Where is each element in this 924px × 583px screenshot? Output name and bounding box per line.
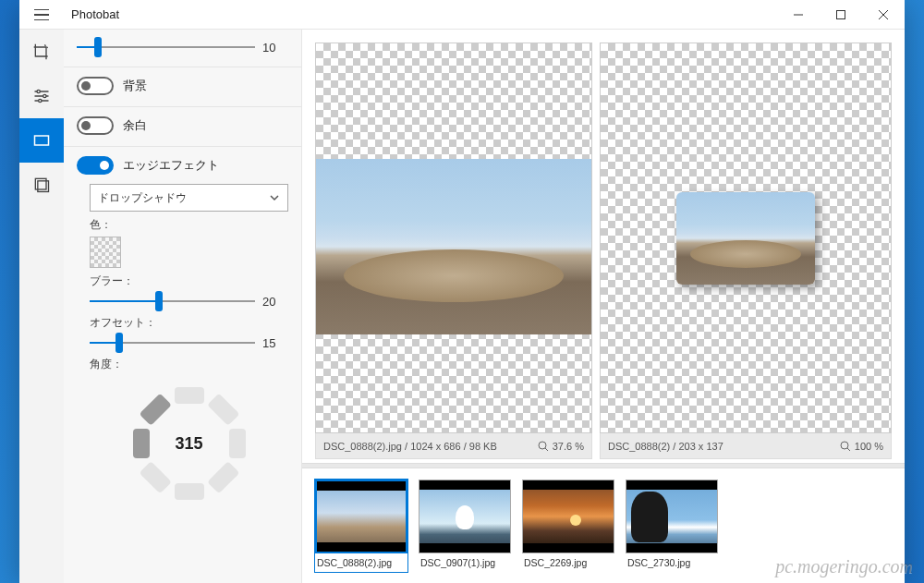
color-swatch[interactable] (90, 237, 121, 268)
preview-right-info: DSC_0888(2) / 203 x 137 (608, 441, 723, 452)
preview-left-zoom[interactable]: 37.6 % (538, 441, 584, 452)
margin-toggle-row: 余白 (64, 107, 301, 147)
edge-effect-toggle[interactable] (77, 156, 114, 175)
preview-left-image (316, 159, 591, 334)
edge-effect-select-value: ドロップシャドウ (98, 190, 187, 206)
edge-effect-select[interactable]: ドロップシャドウ (90, 184, 288, 212)
zoom-icon (840, 441, 851, 452)
thumbnail-filename: DSC_2269.jpg (522, 553, 614, 572)
svg-point-8 (841, 442, 848, 449)
preview-right-info-bar: DSC_0888(2) / 203 x 137 100 % (600, 433, 892, 459)
offset-slider[interactable] (90, 334, 255, 351)
thumbnail-card[interactable]: DSC_0888(2).jpg (315, 480, 407, 572)
color-label: 色： (90, 217, 288, 233)
thumbnail-filename: DSC_2730.jpg (626, 553, 718, 572)
preview-right-canvas[interactable] (600, 43, 892, 433)
angle-segment (207, 461, 239, 493)
thumbnail-card[interactable]: DSC_2269.jpg (522, 480, 614, 572)
app-title: Photobat (64, 7, 119, 21)
blur-value: 20 (262, 295, 288, 309)
thumbnail-image (315, 480, 407, 553)
blur-slider[interactable] (90, 293, 255, 310)
settings-panel: 10 背景 余白 エッジエフェクト (64, 30, 302, 583)
maximize-button[interactable] (820, 0, 862, 30)
svg-rect-4 (35, 136, 49, 145)
thumbnail-card[interactable]: DSC_0907(1).jpg (419, 480, 511, 572)
edge-effect-section: エッジエフェクト ドロップシャドウ 色： ブラー： (64, 147, 301, 522)
watermark: pc.mogeringo.com (775, 556, 913, 577)
offset-value: 15 (262, 336, 288, 350)
angle-segment (229, 429, 246, 458)
offset-label: オフセット： (90, 315, 288, 331)
menu-button[interactable] (19, 0, 64, 30)
preview-row: DSC_0888(2).jpg / 1024 x 686 / 98 KB 37.… (302, 30, 905, 463)
thumbnail-filename: DSC_0888(2).jpg (315, 553, 407, 572)
main-area: DSC_0888(2).jpg / 1024 x 686 / 98 KB 37.… (302, 30, 905, 583)
thumbnail-image (522, 480, 614, 553)
zoom-icon (538, 441, 549, 452)
frame-effects-icon[interactable] (19, 118, 64, 163)
thumbnail-image (626, 480, 718, 553)
angle-segment (175, 387, 204, 404)
preview-left-canvas[interactable] (315, 43, 592, 433)
angle-segment (139, 394, 171, 426)
margin-toggle[interactable] (77, 116, 114, 135)
margin-toggle-label: 余白 (123, 117, 147, 134)
background-toggle[interactable] (77, 77, 114, 95)
background-toggle-label: 背景 (123, 78, 147, 94)
angle-label: 角度： (90, 357, 288, 372)
preview-right-image (676, 192, 815, 285)
blur-label: ブラー： (90, 273, 288, 289)
svg-rect-5 (35, 178, 46, 189)
top-slider-value: 10 (262, 41, 288, 55)
window-controls (777, 0, 905, 30)
preview-right: DSC_0888(2) / 203 x 137 100 % (600, 43, 892, 459)
top-slider-section: 10 (64, 30, 301, 67)
svg-rect-6 (38, 181, 49, 192)
thumbnail-card[interactable]: DSC_2730.jpg (626, 480, 718, 572)
app-window: Photobat (19, 0, 905, 583)
minimize-button[interactable] (777, 0, 820, 30)
left-icon-bar (19, 30, 64, 583)
svg-point-2 (43, 94, 46, 97)
save-icon[interactable] (19, 163, 64, 207)
top-slider[interactable] (77, 39, 255, 55)
svg-point-7 (539, 442, 546, 449)
svg-point-3 (39, 99, 42, 102)
thumbnail-image (419, 480, 511, 553)
edge-effect-toggle-label: エッジエフェクト (123, 157, 219, 174)
titlebar: Photobat (19, 0, 905, 30)
adjust-sliders-icon[interactable] (19, 74, 64, 118)
angle-segment (175, 483, 204, 500)
angle-segment (207, 394, 239, 426)
angle-segment (139, 461, 171, 493)
chevron-down-icon (269, 192, 280, 203)
svg-point-1 (37, 90, 40, 92)
angle-dial[interactable]: 315 (129, 383, 249, 504)
preview-left: DSC_0888(2).jpg / 1024 x 686 / 98 KB 37.… (315, 43, 592, 459)
background-toggle-row: 背景 (64, 67, 301, 107)
angle-value: 315 (175, 434, 202, 454)
crop-tool-icon[interactable] (19, 30, 64, 74)
preview-right-zoom[interactable]: 100 % (840, 441, 883, 452)
thumbnail-filename: DSC_0907(1).jpg (419, 553, 511, 572)
preview-left-info-bar: DSC_0888(2).jpg / 1024 x 686 / 98 KB 37.… (315, 433, 592, 459)
svg-rect-0 (837, 10, 845, 18)
close-button[interactable] (862, 0, 905, 30)
preview-left-info: DSC_0888(2).jpg / 1024 x 686 / 98 KB (323, 441, 497, 452)
angle-segment (133, 429, 150, 458)
